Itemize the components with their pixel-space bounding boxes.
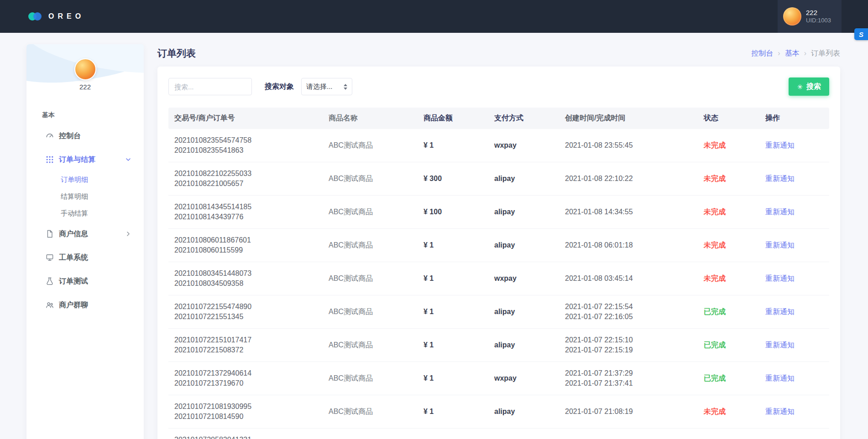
actions-cell: 重新通知 bbox=[765, 274, 829, 284]
search-input[interactable] bbox=[168, 78, 252, 95]
product-name: ABC测试商品 bbox=[329, 373, 424, 383]
column-header: 创建时间/完成时间 bbox=[565, 114, 704, 123]
pay-method: alipay bbox=[494, 407, 565, 417]
sidebar-item-merchant-info[interactable]: 商户信息 bbox=[26, 222, 144, 246]
status-badge: 未完成 bbox=[704, 407, 765, 417]
brand[interactable]: OREO bbox=[28, 12, 84, 21]
renotify-link[interactable]: 重新通知 bbox=[765, 141, 795, 149]
times: 2021-01-08 23:55:45 bbox=[565, 140, 704, 150]
amount: ¥ 1 bbox=[424, 240, 494, 250]
product-name: ABC测试商品 bbox=[329, 240, 424, 250]
status-badge: 未完成 bbox=[704, 207, 765, 217]
sidebar-item-orders-settlement[interactable]: 订单与结算 bbox=[26, 148, 144, 171]
sidebar-item-merchant-chat[interactable]: 商户群聊 bbox=[26, 293, 144, 317]
amount: ¥ 1 bbox=[424, 307, 494, 317]
table-row: 202101072215547489020210107221551345ABC测… bbox=[168, 295, 829, 329]
actions-cell: 重新通知 bbox=[765, 373, 829, 383]
sidebar-header: 222 bbox=[26, 44, 144, 106]
pay-method: alipay bbox=[494, 240, 565, 250]
sidebar-nav: 控制台订单与结算订单明细结算明细手动结算商户信息工单系统订单测试商户群聊 bbox=[26, 124, 144, 317]
product-name: ABC测试商品 bbox=[329, 140, 424, 150]
status-badge: 未完成 bbox=[704, 240, 765, 250]
column-header: 交易号/商户订单号 bbox=[174, 114, 329, 123]
amount: ¥ 300 bbox=[424, 174, 494, 184]
actions-cell: 重新通知 bbox=[765, 174, 829, 184]
status-badge: 已完成 bbox=[704, 307, 765, 317]
trade-order-numbers: 202101080345144807320210108034509358 bbox=[174, 269, 329, 289]
renotify-link[interactable]: 重新通知 bbox=[765, 308, 795, 315]
table-row: 202101082210225503320210108221005657ABC测… bbox=[168, 162, 829, 196]
renotify-link[interactable]: 重新通知 bbox=[765, 374, 795, 382]
sidebar-avatar[interactable] bbox=[74, 58, 96, 80]
order-list-card: 搜索对象 请选择... ✳ 搜索 交易号/商户订单号商品名称商品金额支付方式创建… bbox=[157, 67, 840, 439]
column-header: 状态 bbox=[704, 114, 765, 123]
renotify-link[interactable]: 重新通知 bbox=[765, 274, 795, 282]
pay-method: wxpay bbox=[494, 140, 565, 150]
search-target-label: 搜索对象 bbox=[265, 82, 294, 92]
breadcrumb: 控制台›基本›订单列表 bbox=[751, 49, 840, 58]
sidebar-item-ticket-system[interactable]: 工单系统 bbox=[26, 246, 144, 269]
amount: ¥ 1 bbox=[424, 407, 494, 417]
table-row: 202101080345144807320210108034509358ABC测… bbox=[168, 262, 829, 295]
breadcrumb-current: 订单列表 bbox=[811, 49, 840, 58]
column-header: 商品金额 bbox=[424, 114, 494, 123]
select-arrows-icon bbox=[344, 84, 347, 90]
pay-method: alipay bbox=[494, 174, 565, 184]
sidebar-item-order-test[interactable]: 订单测试 bbox=[26, 269, 144, 293]
status-badge: 未完成 bbox=[704, 174, 765, 184]
pay-method: alipay bbox=[494, 340, 565, 350]
renotify-link[interactable]: 重新通知 bbox=[765, 341, 795, 349]
sidebar-section-label: 基本 bbox=[26, 106, 144, 124]
renotify-link[interactable]: 重新通知 bbox=[765, 241, 795, 249]
breadcrumb-link[interactable]: 控制台 bbox=[751, 49, 773, 58]
user-menu[interactable]: 222 UID:1003 bbox=[778, 0, 842, 33]
search-target-select[interactable]: 请选择... bbox=[301, 78, 352, 95]
trade-order-numbers: 202101072108193099520210107210814590 bbox=[174, 402, 329, 422]
renotify-link[interactable]: 重新通知 bbox=[765, 408, 795, 415]
amount: ¥ 1 bbox=[424, 340, 494, 350]
trade-order-numbers: 202101072215547489020210107221551345 bbox=[174, 302, 329, 322]
sidebar: 222 基本 控制台订单与结算订单明细结算明细手动结算商户信息工单系统订单测试商… bbox=[26, 44, 144, 439]
sidebar-item-dashboard[interactable]: 控制台 bbox=[26, 124, 144, 148]
status-badge: 已完成 bbox=[704, 340, 765, 350]
trade-order-numbers: 202101072215101741720210107221508372 bbox=[174, 335, 329, 355]
amount: ¥ 1 bbox=[424, 373, 494, 383]
table-row: 202101082355457475820210108235541863ABC测… bbox=[168, 129, 829, 162]
breadcrumb-separator: › bbox=[804, 49, 806, 57]
sidebar-subitem[interactable]: 结算明细 bbox=[26, 188, 144, 205]
user-avatar bbox=[783, 7, 801, 26]
status-badge: 已完成 bbox=[704, 373, 765, 383]
user-uid: UID:1003 bbox=[806, 17, 831, 24]
product-name: ABC测试商品 bbox=[329, 174, 424, 184]
search-button[interactable]: ✳ 搜索 bbox=[789, 77, 829, 96]
select-value: 请选择... bbox=[306, 83, 333, 91]
renotify-link[interactable]: 重新通知 bbox=[765, 208, 795, 216]
product-name: ABC测试商品 bbox=[329, 407, 424, 417]
times: 2021-01-07 21:08:19 bbox=[565, 407, 704, 417]
column-header: 支付方式 bbox=[494, 114, 565, 123]
actions-cell: 重新通知 bbox=[765, 340, 829, 350]
breadcrumb-link[interactable]: 基本 bbox=[785, 49, 800, 58]
orders-table: 交易号/商户订单号商品名称商品金额支付方式创建时间/完成时间状态操作 20210… bbox=[168, 108, 829, 439]
brand-name: OREO bbox=[48, 12, 84, 21]
sidebar-item-label: 订单与结算 bbox=[59, 155, 95, 165]
trade-order-numbers: 202101081434551418520210108143439776 bbox=[174, 202, 329, 222]
status-badge: 未完成 bbox=[704, 140, 765, 150]
table-row: 202101081434551418520210108143439776ABC测… bbox=[168, 196, 829, 229]
user-name: 222 bbox=[806, 9, 831, 16]
floating-widget-icon[interactable]: S bbox=[854, 28, 868, 40]
product-name: ABC测试商品 bbox=[329, 307, 424, 317]
table-row: 202101072215101741720210107221508372ABC测… bbox=[168, 329, 829, 362]
times: 2021-01-07 22:15:102021-01-07 22:15:19 bbox=[565, 335, 704, 355]
sidebar-item-label: 工单系统 bbox=[59, 253, 88, 263]
sidebar-subitem[interactable]: 手动结算 bbox=[26, 205, 144, 222]
actions-cell: 重新通知 bbox=[765, 407, 829, 417]
grid-icon bbox=[45, 155, 54, 164]
file-icon bbox=[45, 229, 54, 238]
actions-cell: 重新通知 bbox=[765, 207, 829, 217]
sidebar-subitem[interactable]: 订单明细 bbox=[26, 171, 144, 188]
trade-order-numbers: 202101080601186760120210108060115599 bbox=[174, 235, 329, 255]
renotify-link[interactable]: 重新通知 bbox=[765, 175, 795, 182]
chevron-down-icon bbox=[125, 156, 132, 163]
breadcrumb-separator: › bbox=[778, 49, 780, 57]
